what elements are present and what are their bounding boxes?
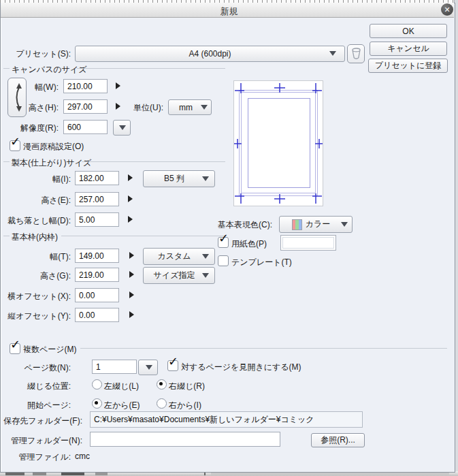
offset-x-input[interactable] xyxy=(75,288,119,302)
chevron-down-icon xyxy=(202,273,209,278)
binding-width-slider-icon[interactable] xyxy=(128,174,133,181)
section-divider xyxy=(61,236,225,236)
check-icon: ✓ xyxy=(10,136,20,148)
canvas-width-label: 幅(W): xyxy=(11,82,59,93)
chevron-down-icon xyxy=(119,125,126,130)
frame-width-slider-icon[interactable] xyxy=(129,252,134,259)
bleed-width-slider-icon[interactable] xyxy=(128,216,133,223)
binding-height-input[interactable] xyxy=(75,192,119,206)
paper-color-label: 用紙色(P) xyxy=(231,238,267,250)
frame-size-spec-value: サイズ指定 xyxy=(154,270,195,281)
binding-height-label: 高さ(E): xyxy=(3,195,71,206)
frame-mode-dropdown[interactable]: カスタム xyxy=(143,248,215,265)
section-basic-frame: 基本枠(内枠) xyxy=(12,232,58,243)
resolution-input[interactable] xyxy=(63,120,108,134)
bind-right-radio[interactable] xyxy=(157,379,167,390)
frame-height-label: 高さ(G): xyxy=(3,270,71,282)
color-swatch-icon xyxy=(292,219,302,230)
bleed-width-input[interactable] xyxy=(75,212,119,227)
frame-height-input[interactable] xyxy=(75,268,119,282)
start-left-label: 左から(E) xyxy=(104,400,140,411)
preset-dropdown[interactable]: A4 (600dpi) xyxy=(75,46,345,62)
canvas-height-slider-icon[interactable] xyxy=(116,103,120,110)
ok-button[interactable]: OK xyxy=(370,24,447,38)
cancel-button[interactable]: キャンセル xyxy=(370,42,447,56)
mgmt-folder-input[interactable] xyxy=(90,432,280,447)
offset-x-label: 横オフセット(X): xyxy=(3,291,71,302)
chevron-down-icon xyxy=(146,365,152,370)
delete-preset-button[interactable] xyxy=(347,44,365,63)
crop-marks-icon xyxy=(234,83,323,204)
expression-color-dropdown[interactable]: カラー xyxy=(279,216,353,233)
section-canvas-size: キャンバスのサイズ xyxy=(12,64,87,76)
facing-pages-checkbox[interactable]: ✓ xyxy=(167,360,178,371)
browse-button[interactable]: 参照(R)... xyxy=(311,433,365,447)
offset-y-label: 縦オフセット(Y): xyxy=(3,311,71,322)
paper-size-value: B5 判 xyxy=(164,173,184,185)
section-binding-size: 製本(仕上がり)サイズ xyxy=(12,157,91,169)
radio-dot-icon xyxy=(95,401,98,404)
manga-setting-checkbox[interactable]: ✓ xyxy=(10,140,20,151)
manga-setting-label: 漫画原稿設定(O) xyxy=(23,141,84,153)
dialog-title: 新規 xyxy=(0,5,458,18)
chevron-down-icon xyxy=(201,105,208,110)
page-count-input[interactable] xyxy=(92,360,137,374)
frame-size-spec-dropdown[interactable]: サイズ指定 xyxy=(143,267,215,284)
chevron-down-icon xyxy=(341,222,348,227)
unit-dropdown[interactable]: mm xyxy=(168,99,212,115)
bind-right-label: 右綴じ(R) xyxy=(169,381,205,392)
canvas-width-slider-icon[interactable] xyxy=(116,82,120,89)
expression-color-label: 基本表現色(C): xyxy=(218,219,272,231)
canvas-height-input[interactable] xyxy=(63,99,108,114)
preset-value: A4 (600dpi) xyxy=(189,49,231,59)
canvas-width-input[interactable] xyxy=(63,79,108,93)
binding-height-slider-icon[interactable] xyxy=(128,195,133,202)
facing-pages-label: 対するページを見開きにする(M) xyxy=(181,362,301,373)
paper-color-swatch-button[interactable] xyxy=(280,235,336,251)
radio-dot-icon xyxy=(159,382,163,385)
offset-y-input[interactable] xyxy=(75,308,119,322)
chevron-down-icon xyxy=(329,51,336,56)
resolution-dropdown-button[interactable] xyxy=(113,120,131,136)
close-icon: ✕ xyxy=(444,5,450,14)
offset-y-slider-icon[interactable] xyxy=(129,311,134,318)
template-checkbox[interactable] xyxy=(218,255,229,266)
section-divider xyxy=(80,348,447,349)
canvas-height-label: 高さ(H): xyxy=(11,102,59,114)
frame-height-slider-icon[interactable] xyxy=(129,271,134,278)
mgmt-file-value: cmc xyxy=(75,451,90,461)
paper-color-swatch-icon xyxy=(282,237,334,249)
mgmt-folder-label: 管理フォルダー(N): xyxy=(1,435,82,447)
section-divider xyxy=(3,68,10,69)
page-count-dropdown-button[interactable] xyxy=(138,360,158,375)
binding-position-label: 綴じる位置: xyxy=(16,381,71,392)
start-left-radio[interactable] xyxy=(92,398,102,409)
frame-width-label: 幅(T): xyxy=(3,251,71,263)
save-folder-field: C:¥Users¥masato¥Documents¥新しいフォルダー¥コミック xyxy=(90,411,363,428)
bind-left-radio[interactable] xyxy=(92,379,102,390)
offset-x-slider-icon[interactable] xyxy=(129,291,134,298)
close-button[interactable]: ✕ xyxy=(441,3,453,16)
preset-label: プリセット(S): xyxy=(14,48,71,60)
check-icon: ✓ xyxy=(10,338,20,351)
section-divider xyxy=(82,161,225,162)
paper-color-checkbox[interactable]: ✓ xyxy=(218,237,229,248)
mgmt-file-label: 管理ファイル: xyxy=(1,451,71,463)
multi-page-checkbox[interactable]: ✓ xyxy=(10,343,20,354)
bind-left-label: 左綴じ(L) xyxy=(104,381,139,392)
expression-color-value: カラー xyxy=(306,219,331,230)
register-preset-button[interactable]: プリセットに登録 xyxy=(368,59,448,73)
binding-width-input[interactable] xyxy=(75,171,119,185)
page-preview-guides xyxy=(234,81,323,206)
check-icon: ✓ xyxy=(218,232,229,244)
binding-width-label: 幅(I): xyxy=(3,174,71,185)
template-label: テンプレート(T) xyxy=(231,257,292,268)
page-count-label: ページ数(N): xyxy=(16,362,71,374)
chevron-down-icon xyxy=(202,176,209,181)
paper-size-dropdown[interactable]: B5 判 xyxy=(143,170,215,187)
check-icon: ✓ xyxy=(168,355,178,368)
frame-width-input[interactable] xyxy=(75,249,119,263)
start-right-radio[interactable] xyxy=(157,398,167,409)
screen: 新規 ✕ OK キャンセル プリセットに登録 プリセット(S): A4 (600… xyxy=(0,0,458,476)
save-folder-label: 保存先フォルダー(F): xyxy=(1,415,82,427)
